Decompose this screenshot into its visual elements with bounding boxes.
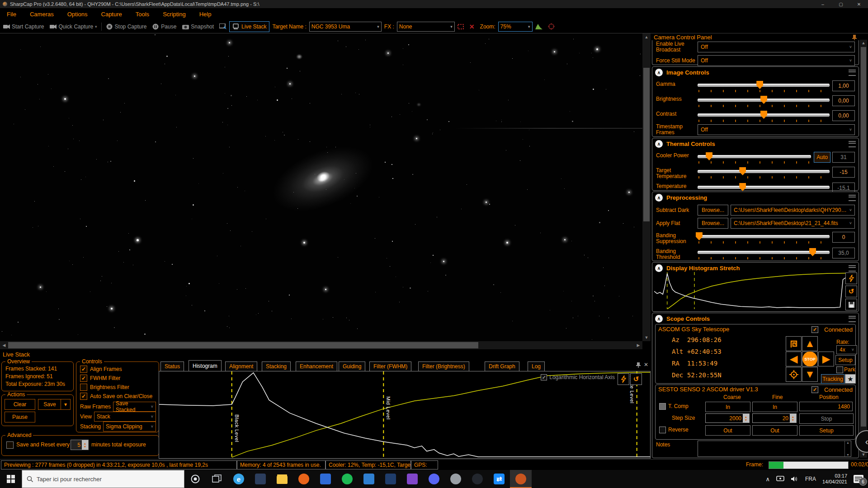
image-viewport[interactable] bbox=[0, 33, 642, 341]
slider-thumb[interactable] bbox=[739, 183, 746, 191]
tab-histogram[interactable]: Histogram bbox=[189, 360, 222, 371]
taskbar-app-photos[interactable] bbox=[380, 470, 401, 488]
taskbar-app-teamviewer[interactable]: ⇄ bbox=[488, 470, 510, 488]
volume-icon[interactable] bbox=[791, 476, 799, 482]
teamviewer-tray-icon[interactable] bbox=[776, 476, 784, 482]
task-view-button[interactable] bbox=[206, 470, 228, 488]
tab-filter-brightness-[interactable]: Filter (Brightness) bbox=[418, 361, 469, 371]
slider-value[interactable]: 1,00 bbox=[832, 80, 855, 91]
slew-north-button[interactable]: ▲ bbox=[802, 336, 818, 351]
browse-dark-button[interactable]: Browse... bbox=[698, 205, 728, 216]
slider-thumb[interactable] bbox=[706, 152, 712, 160]
focuser-setup-button[interactable]: Setup bbox=[799, 425, 854, 436]
vertical-scroll-thumb[interactable] bbox=[643, 68, 650, 221]
taskbar-app-app-grey[interactable] bbox=[445, 470, 467, 488]
checkbox[interactable]: ✓ bbox=[80, 375, 87, 382]
menu-item-scripting[interactable]: Scripting bbox=[156, 11, 193, 18]
fine-out-button[interactable]: Out bbox=[752, 425, 797, 436]
cortana-button[interactable] bbox=[184, 470, 206, 488]
slider-thumb[interactable] bbox=[739, 167, 746, 175]
select-stacking[interactable]: StackingSigma Clipping˅ bbox=[80, 422, 156, 432]
collapse-icon[interactable]: ∧ bbox=[655, 140, 663, 148]
collapse-icon[interactable]: ∧ bbox=[655, 194, 663, 202]
taskbar-app-mail[interactable] bbox=[315, 470, 336, 488]
clear-button[interactable]: Clear bbox=[5, 399, 35, 410]
menu-item-cameras[interactable]: Cameras bbox=[23, 11, 61, 18]
auto-stretch-icon[interactable] bbox=[845, 272, 857, 284]
taskbar-app-app-black[interactable] bbox=[467, 470, 488, 488]
selection-area-button[interactable] bbox=[455, 21, 467, 32]
save-dropdown-button[interactable]: ▾ bbox=[61, 399, 71, 410]
taskbar-app-app-blue[interactable] bbox=[358, 470, 380, 488]
horizontal-scrollbar[interactable]: ◀ ▶ bbox=[0, 341, 642, 349]
scroll-down-arrow[interactable]: ▼ bbox=[642, 335, 651, 340]
save-stretch-icon[interactable] bbox=[845, 299, 857, 310]
timestamp-frames-select[interactable]: Off˅ bbox=[698, 124, 855, 135]
menu-item-help[interactable]: Help bbox=[193, 11, 218, 18]
zoom-select[interactable]: 75%▾ bbox=[498, 22, 533, 32]
clear-selection-button[interactable]: ✕ bbox=[467, 21, 477, 32]
coarse-in-button[interactable]: In bbox=[705, 402, 750, 412]
reset-stretch-icon[interactable]: ↺ bbox=[630, 373, 642, 385]
menu-icon[interactable] bbox=[849, 70, 856, 76]
slew-west-button[interactable]: ◀ bbox=[786, 352, 802, 366]
slider-track[interactable] bbox=[698, 167, 830, 178]
tab-filter-fwhm-[interactable]: Filter (FWHM) bbox=[369, 361, 411, 371]
slider-track[interactable] bbox=[698, 80, 830, 92]
tab-drift-graph[interactable]: Drift Graph bbox=[485, 361, 519, 371]
check-brightness-filter[interactable]: Brightness Filter bbox=[80, 384, 129, 391]
notification-icon[interactable]: 6 bbox=[854, 475, 863, 483]
save-button[interactable]: Save bbox=[38, 399, 61, 410]
enable-live-broadcast-select[interactable]: Off˅ bbox=[698, 42, 855, 52]
coarse-out-button[interactable]: Out bbox=[705, 425, 750, 436]
tray-chevron-up-icon[interactable]: ∧ bbox=[765, 476, 770, 483]
notes-textarea[interactable]: ▲▼ bbox=[698, 441, 851, 457]
tab-log[interactable]: Log bbox=[528, 361, 545, 371]
checkbox[interactable] bbox=[80, 384, 87, 391]
dropdown[interactable]: Sigma Clipping˅ bbox=[103, 422, 156, 432]
tracking-button[interactable]: Tracking bbox=[821, 374, 844, 384]
reset-stretch-icon[interactable]: ↺ bbox=[845, 286, 857, 297]
slider-track[interactable] bbox=[698, 248, 830, 259]
slider-track[interactable] bbox=[698, 152, 811, 164]
pin-icon[interactable] bbox=[636, 362, 641, 368]
minimize-button[interactable]: – bbox=[814, 0, 832, 8]
reverse-checkbox[interactable] bbox=[659, 427, 666, 433]
dropdown[interactable]: Save Stacked˅ bbox=[113, 402, 156, 412]
pin-icon[interactable] bbox=[852, 34, 857, 41]
slider-track[interactable] bbox=[698, 95, 830, 107]
select-raw-frames[interactable]: Raw FramesSave Stacked˅ bbox=[80, 402, 156, 412]
menu-item-file[interactable]: File bbox=[0, 11, 23, 18]
taskbar-app-sharpcap[interactable] bbox=[510, 470, 532, 488]
start-button[interactable] bbox=[0, 470, 22, 488]
dark-path-select[interactable]: C:\Users\SharkFleet\Desktop\darks\QHY290… bbox=[731, 205, 855, 216]
slider-track[interactable] bbox=[698, 232, 830, 244]
collapse-icon[interactable]: ∧ bbox=[655, 264, 663, 272]
taskbar-app-app-purple[interactable] bbox=[401, 470, 423, 488]
scope-setup-button[interactable]: Setup bbox=[835, 355, 855, 365]
stop-capture-button[interactable]: Stop Capture bbox=[103, 21, 150, 32]
flat-path-select[interactable]: C:\Users\SharkFleet\Desktop\21_21_44.fit… bbox=[731, 218, 855, 229]
pause-button[interactable]: Pause bbox=[149, 21, 179, 32]
force-still-mode-select[interactable]: Off˅ bbox=[698, 55, 855, 66]
collapse-icon[interactable]: ∧ bbox=[655, 315, 663, 323]
fine-in-button[interactable]: In bbox=[752, 402, 797, 412]
select-view[interactable]: ViewStack˅ bbox=[80, 412, 156, 422]
scope-connected-checkbox[interactable]: ✓ bbox=[811, 326, 818, 333]
check-auto-save-on-clear-close[interactable]: ✓Auto Save on Clear/Close bbox=[80, 393, 152, 400]
focuser-connected-checkbox[interactable]: ✓ bbox=[811, 386, 818, 393]
slider-thumb[interactable] bbox=[809, 248, 816, 256]
scroll-up-arrow[interactable]: ▲ bbox=[860, 41, 867, 45]
goto-star-button[interactable]: ★ bbox=[845, 374, 856, 384]
slew-south-button[interactable]: ▼ bbox=[802, 367, 818, 382]
language-indicator[interactable]: FRA bbox=[805, 476, 816, 482]
collapse-icon[interactable]: ∧ bbox=[655, 69, 663, 76]
auto-button[interactable]: Auto bbox=[814, 152, 830, 163]
live-stack-button[interactable]: Live Stack bbox=[229, 21, 269, 32]
check-align-frames[interactable]: ✓Align Frames bbox=[80, 366, 122, 373]
spiral-search-button[interactable] bbox=[786, 336, 802, 351]
slider-thumb[interactable] bbox=[760, 111, 767, 119]
scroll-right-arrow[interactable]: ▶ bbox=[636, 343, 641, 347]
display-capture-icon[interactable] bbox=[217, 21, 229, 32]
taskbar-search[interactable]: Taper ici pour rechercher bbox=[22, 470, 184, 488]
